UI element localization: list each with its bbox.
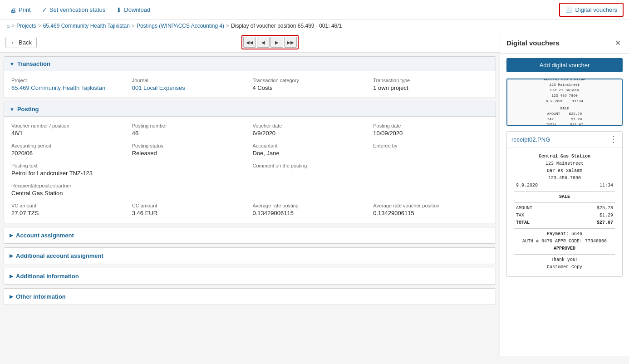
posting-date-field: Posting date 10/09/2020 (373, 123, 488, 137)
additional-info-arrow: ▶ (10, 273, 13, 279)
digital-vouchers-header: Digital vouchers ✕ (500, 32, 629, 54)
additional-account-section: ▶ Additional account assignment (4, 247, 496, 264)
add-digital-voucher-button[interactable]: Add digital voucher (506, 58, 623, 72)
transaction-collapse-arrow: ▼ (10, 61, 15, 67)
entered-by-field: Entered by (373, 143, 488, 157)
download-button[interactable]: ⬇ Download (112, 4, 155, 16)
voucher-item-filename: receipt02.PNG (511, 136, 550, 143)
other-info-section: ▶ Other information (4, 288, 496, 305)
print-icon: 🖨 (10, 6, 16, 14)
breadcrumb-projects[interactable]: Projects (16, 23, 36, 29)
first-button[interactable]: ◀◀ (243, 37, 256, 48)
transaction-section-title: Transaction (17, 60, 50, 67)
prev-button[interactable]: ◀ (257, 37, 270, 48)
receipt-preview: Central Gas Station 123 Mainstreet Dar e… (507, 148, 622, 276)
additional-info-title: Additional information (16, 273, 79, 280)
digital-vouchers-topbar-button[interactable]: 🧾 Digital vouchers (559, 3, 624, 17)
breadcrumb-project[interactable]: 65.469 Community Health Tajikistan (43, 23, 130, 29)
cc-amount-field: CC amount 3.46 EUR (132, 203, 247, 216)
voucher-thumbnail-image: Central Gas Station 123 Mainstreet Dar e… (507, 79, 622, 125)
navigation-controls: ◀◀ ◀ ▶ ▶▶ (241, 35, 299, 49)
next-button[interactable]: ▶ (270, 37, 283, 48)
posting-status-field: Posting status Released (132, 143, 247, 157)
additional-account-header[interactable]: ▶ Additional account assignment (4, 248, 496, 264)
account-assignment-title: Account assignment (16, 232, 74, 239)
posting-number-field: Posting number 46 (132, 123, 247, 137)
posting-section-title: Posting (17, 106, 39, 113)
breadcrumb-home[interactable]: ⌂ (6, 23, 10, 29)
breadcrumb-current: Display of voucher position 65.469 - 001… (231, 23, 342, 29)
additional-info-header[interactable]: ▶ Additional information (4, 268, 496, 284)
voucher-date-field: Voucher date 6/9/2020 (253, 123, 368, 137)
posting-section: ▼ Posting Voucher number / position 46/1… (4, 102, 496, 223)
avg-rate-posting-field: Average rate posting 0.13429006115 (253, 203, 368, 216)
posting-collapse-arrow: ▼ (10, 107, 15, 112)
breadcrumb-postings[interactable]: Postings (WINPACCS Accounting 4) (137, 23, 224, 29)
vc-amount-field: VC amount 27.07 TZS (11, 203, 127, 216)
account-assignment-section: ▶ Account assignment (4, 227, 496, 244)
accounting-period-field: Accounting period 2020/06 (11, 143, 127, 157)
set-verification-button[interactable]: ✓ Set verification status (37, 4, 110, 16)
amounts-row: VC amount 27.07 TZS CC amount 3.46 EUR A… (11, 203, 488, 216)
print-button[interactable]: 🖨 Print (5, 4, 35, 16)
voucher-item-header: receipt02.PNG ⋮ (507, 132, 622, 148)
digital-vouchers-title: Digital vouchers (506, 39, 560, 47)
recipient-field: Recipient/depositor/partner Central Gas … (11, 183, 488, 197)
voucher-item-menu-button[interactable]: ⋮ (609, 134, 618, 144)
posting-section-header[interactable]: ▼ Posting (4, 102, 496, 117)
other-info-title: Other information (16, 293, 66, 300)
posting-text-field: Posting text Petrol for Landcruiser TNZ-… (11, 163, 247, 177)
voucher-number-field: Voucher number / position 46/1 (11, 123, 127, 137)
voucher-thumbnail[interactable]: Central Gas Station 123 Mainstreet Dar e… (506, 79, 623, 126)
top-bar: 🖨 Print ✓ Set verification status ⬇ Down… (0, 0, 629, 20)
back-arrow-icon: ← (10, 39, 16, 46)
project-field: Project 65.469 Community Health Tajikist… (11, 78, 127, 91)
additional-account-arrow: ▶ (10, 253, 13, 259)
additional-account-title: Additional account assignment (16, 252, 103, 259)
accountant-field: Accountant Doe, Jane (253, 143, 368, 157)
voucher-item: receipt02.PNG ⋮ Central Gas Station 123 … (506, 131, 623, 277)
journal-field: Journal 001 Local Expenses (132, 78, 247, 91)
other-info-arrow: ▶ (10, 294, 13, 300)
main-layout: ← Back ◀◀ ◀ ▶ ▶▶ ▼ Transaction (0, 32, 629, 356)
close-digital-panel-button[interactable]: ✕ (613, 38, 623, 48)
last-button[interactable]: ▶▶ (284, 37, 297, 48)
digital-vouchers-panel: Digital vouchers ✕ Add digital voucher C… (500, 32, 629, 356)
transaction-section-body: Project 65.469 Community Health Tajikist… (4, 71, 496, 98)
comment-field: Comment on the posting (253, 163, 489, 177)
download-icon: ⬇ (116, 6, 122, 14)
posting-section-body: Voucher number / position 46/1 Posting n… (4, 117, 496, 223)
additional-info-section: ▶ Additional information (4, 268, 496, 285)
checkmark-icon: ✓ (42, 6, 47, 14)
transaction-section: ▼ Transaction Project 65.469 Community H… (4, 56, 496, 98)
avg-rate-voucher-field: Average rate voucher position 0.13429006… (373, 203, 488, 216)
breadcrumb: ⌂ > Projects > 65.469 Community Health T… (0, 20, 629, 32)
back-button[interactable]: ← Back (5, 37, 37, 48)
transaction-section-header[interactable]: ▼ Transaction (4, 57, 496, 71)
voucher-icon: 🧾 (565, 6, 573, 13)
left-panel: ← Back ◀◀ ◀ ▶ ▶▶ ▼ Transaction (0, 32, 500, 356)
account-assignment-header[interactable]: ▶ Account assignment (4, 227, 496, 243)
transaction-category-field: Transaction category 4 Costs (253, 78, 368, 91)
account-assignment-arrow: ▶ (10, 232, 13, 238)
transaction-type-field: Transaction type 1 own project (373, 78, 488, 91)
other-info-header[interactable]: ▶ Other information (4, 289, 496, 305)
